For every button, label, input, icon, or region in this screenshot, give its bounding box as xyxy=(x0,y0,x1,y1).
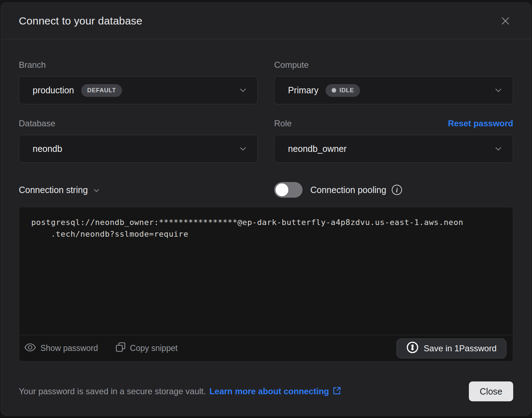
default-badge: DEFAULT xyxy=(81,84,122,97)
compute-select[interactable]: Primary IDLE xyxy=(274,76,513,104)
chevron-down-icon xyxy=(495,87,501,94)
dialog-body: Branch Compute production DEFAULT Primar… xyxy=(1,39,531,362)
dialog-header: Connect to your database xyxy=(1,3,531,39)
connect-database-dialog: Connect to your database Branch Compute … xyxy=(1,2,531,416)
learn-more-link[interactable]: Learn more about connecting xyxy=(209,386,341,397)
idle-badge: IDLE xyxy=(326,84,360,97)
compute-label: Compute xyxy=(274,60,309,70)
connection-string-dropdown[interactable]: Connection string xyxy=(19,185,258,195)
svg-text:i: i xyxy=(396,187,398,194)
password-vault-note: Your password is saved in a secure stora… xyxy=(19,386,341,397)
branch-select[interactable]: production DEFAULT xyxy=(19,76,258,104)
toggle-knob xyxy=(276,183,288,196)
role-select[interactable]: neondb_owner xyxy=(274,135,513,163)
copy-snippet-button[interactable]: Copy snippet xyxy=(116,342,177,355)
database-select[interactable]: neondb xyxy=(19,135,258,163)
connection-string-label: Connection string xyxy=(19,185,88,195)
dialog-title: Connect to your database xyxy=(19,15,142,27)
1password-icon xyxy=(406,341,419,356)
save-in-1password-button[interactable]: Save in 1Password xyxy=(397,339,506,358)
copy-icon xyxy=(116,342,126,355)
code-toolbar: Show password Copy snippet xyxy=(19,335,513,361)
database-label: Database xyxy=(19,119,55,128)
info-icon[interactable]: i xyxy=(391,184,403,197)
branch-value: production xyxy=(33,85,74,95)
chevron-down-icon xyxy=(94,187,99,194)
database-value: neondb xyxy=(33,144,62,154)
reset-password-link[interactable]: Reset password xyxy=(448,119,513,128)
close-icon[interactable] xyxy=(498,13,513,29)
copy-snippet-label: Copy snippet xyxy=(130,343,177,353)
save-in-1password-label: Save in 1Password xyxy=(424,343,497,353)
chevron-down-icon xyxy=(495,146,501,152)
connection-string-box: postgresql://neondb_owner:**************… xyxy=(19,207,513,362)
connection-string-value[interactable]: postgresql://neondb_owner:**************… xyxy=(19,207,513,249)
show-password-label: Show password xyxy=(40,343,98,353)
external-link-icon xyxy=(332,386,341,397)
role-label: Role xyxy=(274,119,292,128)
chevron-down-icon xyxy=(240,146,246,152)
status-dot xyxy=(332,88,336,93)
compute-value: Primary xyxy=(288,85,318,95)
branch-label: Branch xyxy=(19,60,46,70)
show-password-button[interactable]: Show password xyxy=(24,343,98,354)
connection-pooling-label: Connection pooling xyxy=(310,185,386,195)
eye-icon xyxy=(24,343,36,354)
role-value: neondb_owner xyxy=(288,144,347,154)
chevron-down-icon xyxy=(240,87,246,94)
dialog-footer: Your password is saved in a secure stora… xyxy=(1,381,531,401)
connection-pooling-toggle[interactable] xyxy=(274,182,303,198)
close-button[interactable]: Close xyxy=(469,381,513,401)
